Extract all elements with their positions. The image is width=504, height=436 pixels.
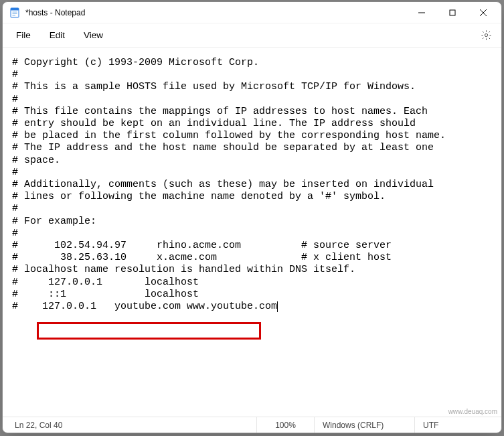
app-window: *hosts - Notepad File Edit View # Copyri… (2, 1, 502, 433)
editor-line: # For example: (12, 216, 492, 228)
maximize-button[interactable] (437, 3, 468, 23)
menubar: File Edit View (3, 23, 501, 48)
status-encoding: UTF (415, 417, 501, 433)
editor-line: # This file contains the mappings of IP … (12, 106, 492, 118)
menu-view[interactable]: View (74, 26, 112, 44)
editor-line: # space. (12, 155, 492, 167)
editor-line: # localhost name resolution is handled w… (12, 264, 492, 276)
statusbar: Ln 22, Col 40 100% Windows (CRLF) UTF (3, 417, 501, 433)
editor-line: # (12, 94, 492, 106)
editor-line: # 127.0.0.1 youtube.com www.youtube.com (12, 301, 492, 313)
editor-line: # 127.0.0.1 localhost (12, 277, 492, 289)
editor-line: # (12, 203, 492, 215)
editor-line: # (12, 167, 492, 179)
status-line-ending: Windows (CRLF) (315, 417, 415, 433)
window-controls (406, 3, 499, 23)
minimize-button[interactable] (406, 3, 437, 23)
svg-rect-1 (11, 8, 19, 11)
menu-file[interactable]: File (7, 26, 40, 44)
status-position: Ln 22, Col 40 (3, 417, 257, 433)
editor-line: # (12, 69, 492, 81)
text-editor[interactable]: # Copyright (c) 1993-2009 Microsoft Corp… (3, 48, 501, 417)
gear-icon (481, 29, 492, 41)
editor-line: # be placed in the first column followed… (12, 130, 492, 142)
editor-line: # Copyright (c) 1993-2009 Microsoft Corp… (12, 57, 492, 69)
editor-line: # lines or following the machine name de… (12, 191, 492, 203)
editor-line: # Additionally, comments (such as these)… (12, 179, 492, 191)
editor-line: # entry should be kept on an individual … (12, 118, 492, 130)
text-caret (277, 301, 278, 312)
menu-edit[interactable]: Edit (40, 26, 74, 44)
close-button[interactable] (468, 3, 499, 23)
editor-line: # (12, 228, 492, 240)
notepad-icon (9, 7, 20, 18)
editor-line: # ::1 localhost (12, 289, 492, 301)
status-zoom[interactable]: 100% (257, 417, 315, 433)
editor-line: # 38.25.63.10 x.acme.com # x client host (12, 252, 492, 264)
settings-button[interactable] (475, 25, 497, 46)
window-title: *hosts - Notepad (25, 8, 85, 17)
editor-line: # 102.54.94.97 rhino.acme.com # source s… (12, 240, 492, 252)
svg-point-9 (485, 33, 487, 36)
titlebar[interactable]: *hosts - Notepad (3, 2, 501, 23)
svg-rect-6 (450, 10, 455, 15)
editor-line: # The IP address and the host name shoul… (12, 142, 492, 154)
editor-line: # This is a sample HOSTS file used by Mi… (12, 81, 492, 93)
watermark: www.deuaq.com (448, 408, 497, 415)
